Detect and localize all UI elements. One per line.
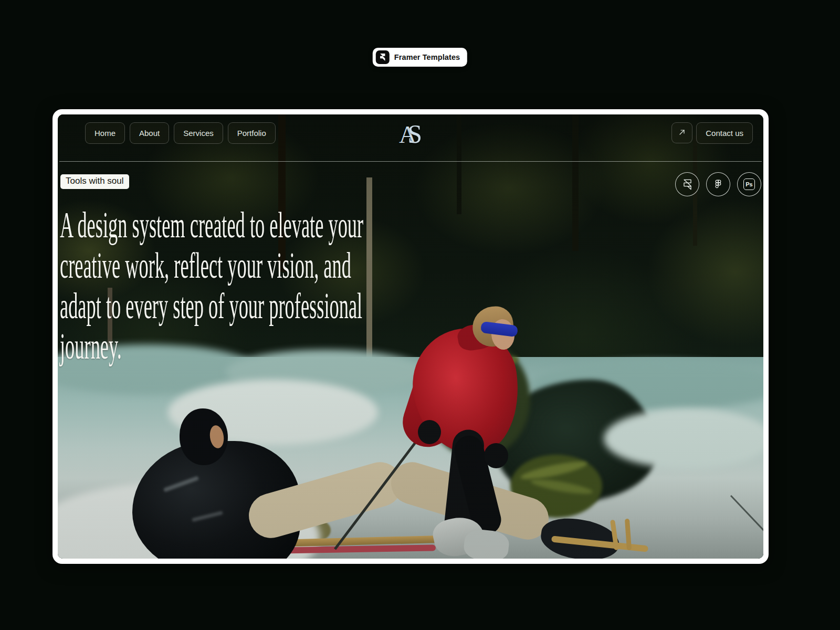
nav-item-services[interactable]: Services: [174, 122, 223, 144]
open-link-button[interactable]: [671, 122, 692, 143]
nav-item-portfolio[interactable]: Portfolio: [228, 122, 276, 144]
framer-templates-badge[interactable]: Framer Templates: [373, 48, 467, 67]
template-preview-window: Home About Services Portfolio Contact us…: [52, 109, 769, 564]
tool-icons-row: Ps: [675, 172, 761, 196]
photoshop-ps-label: Ps: [743, 178, 755, 190]
hero-heading-line: A design system created to elevate your: [60, 205, 363, 245]
nav-item-home[interactable]: Home: [85, 122, 125, 144]
header-divider: [59, 161, 762, 162]
brand-letter-s: S: [407, 119, 422, 149]
hero-section: Home About Services Portfolio Contact us…: [58, 114, 763, 559]
figma-icon[interactable]: [706, 172, 730, 196]
snow-drift: [604, 408, 763, 469]
contact-us-button[interactable]: Contact us: [696, 122, 753, 144]
skier-glove: [484, 443, 508, 468]
photoshop-icon[interactable]: Ps: [737, 172, 761, 196]
hero-heading: A design system created to elevate your …: [60, 205, 363, 366]
skier-glove: [418, 420, 441, 444]
hero-heading-line: adapt to every step of your professional: [60, 286, 363, 326]
framer-logo-icon: [376, 50, 390, 64]
hero-heading-line: creative work, reflect your vision, and: [60, 245, 363, 286]
framer-icon[interactable]: [675, 172, 699, 196]
nav-links: Home About Services Portfolio: [85, 122, 276, 144]
tagline-badge: Tools with soul: [60, 174, 129, 189]
arrow-up-right-icon: [678, 128, 686, 138]
nav-item-about[interactable]: About: [130, 122, 169, 144]
badge-label: Framer Templates: [394, 53, 460, 61]
desktop-background: { "badge": { "label": "Framer Templates"…: [0, 0, 840, 630]
brand-logo[interactable]: AS: [399, 119, 422, 149]
hero-heading-line: journey.: [60, 326, 363, 366]
nav-actions: Contact us: [671, 122, 753, 144]
